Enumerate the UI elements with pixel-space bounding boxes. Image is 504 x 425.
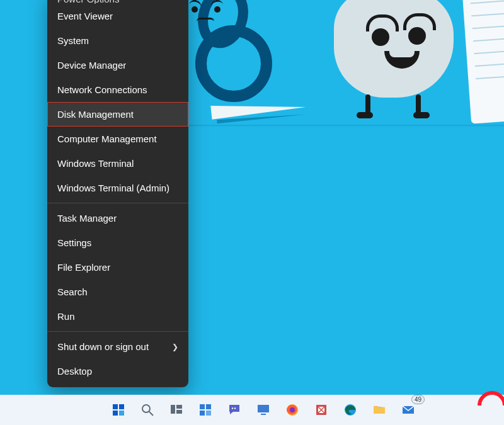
menu-item-shut-down[interactable]: Shut down or sign out❯ xyxy=(47,334,188,359)
menu-item-label: Network Connections xyxy=(57,84,147,95)
taskview-icon xyxy=(169,402,184,417)
menu-item-label: Windows Terminal xyxy=(57,158,134,169)
widgets-button[interactable] xyxy=(194,399,217,421)
monitor-icon xyxy=(256,402,271,417)
svg-point-12 xyxy=(232,407,233,409)
edge-app[interactable] xyxy=(339,399,362,421)
mail-app[interactable]: 49 xyxy=(397,399,420,421)
task-view-button[interactable] xyxy=(165,399,188,421)
folder-icon xyxy=(372,402,387,417)
menu-item-network-connections[interactable]: Network Connections xyxy=(47,77,188,102)
search-icon xyxy=(140,402,155,417)
svg-point-4 xyxy=(142,405,150,412)
widgets-icon xyxy=(198,402,213,417)
menu-item-label: Shut down or sign out xyxy=(57,341,149,352)
menu-item-label: Settings xyxy=(57,237,91,248)
edge-icon xyxy=(343,402,358,417)
svg-rect-0 xyxy=(113,404,118,409)
svg-rect-10 xyxy=(200,411,205,416)
menu-item-label: Windows Terminal (Admin) xyxy=(57,183,169,193)
menu-item-system[interactable]: System xyxy=(47,28,188,53)
wallpaper-rock-character xyxy=(334,0,454,98)
menu-item-label: Event Viewer xyxy=(57,11,113,21)
svg-rect-7 xyxy=(176,410,182,414)
wallpaper-scissors-face xyxy=(189,0,233,31)
wallpaper-scissors-ring xyxy=(195,25,272,102)
firefox-app[interactable] xyxy=(281,399,304,421)
snipping-tool-app[interactable] xyxy=(310,399,333,421)
menu-item-task-manager[interactable]: Task Manager xyxy=(47,206,188,230)
menu-item-label: Desktop xyxy=(57,366,92,377)
start-button[interactable] xyxy=(107,399,130,421)
search-button[interactable] xyxy=(136,399,159,421)
svg-rect-6 xyxy=(176,405,182,409)
menu-item-event-viewer[interactable]: Event Viewer xyxy=(47,4,188,28)
menu-item-desktop[interactable]: Desktop xyxy=(47,359,188,383)
svg-rect-15 xyxy=(261,414,266,415)
windows-icon xyxy=(111,402,126,417)
menu-item-windows-terminal-admin[interactable]: Windows Terminal (Admin) xyxy=(47,176,188,200)
svg-rect-8 xyxy=(200,404,205,409)
menu-item-file-explorer[interactable]: File Explorer xyxy=(47,255,188,280)
wallpaper-paper-character xyxy=(461,0,504,124)
chat-button[interactable] xyxy=(223,399,246,421)
menu-item-search[interactable]: Search xyxy=(47,280,188,304)
chat-icon xyxy=(227,402,242,417)
menu-item-disk-management[interactable]: Disk Management xyxy=(47,102,188,127)
snip-icon xyxy=(314,402,329,417)
menu-item-label: Disk Management xyxy=(57,109,134,120)
menu-item-label: System xyxy=(57,35,89,46)
menu-item-label: Device Manager xyxy=(57,60,126,71)
svg-rect-1 xyxy=(119,404,124,409)
chevron-right-icon: ❯ xyxy=(172,343,178,351)
svg-point-17 xyxy=(290,407,295,412)
monitor-app[interactable] xyxy=(252,399,275,421)
menu-item-label: Run xyxy=(57,311,75,322)
menu-item-run[interactable]: Run xyxy=(47,304,188,329)
mail-icon xyxy=(401,402,416,417)
svg-point-13 xyxy=(234,407,236,409)
svg-rect-2 xyxy=(113,411,118,416)
menu-item-label: Task Manager xyxy=(57,213,117,224)
menu-item-label: Search xyxy=(57,286,88,297)
firefox-icon xyxy=(285,402,300,417)
svg-rect-11 xyxy=(206,411,211,416)
svg-rect-5 xyxy=(171,405,175,414)
menu-item-windows-terminal[interactable]: Windows Terminal xyxy=(47,151,188,176)
menu-item-device-manager[interactable]: Device Manager xyxy=(47,53,188,77)
winx-context-menu: Power OptionsEvent ViewerSystemDevice Ma… xyxy=(47,0,188,387)
menu-item-label: File Explorer xyxy=(57,262,110,273)
svg-rect-14 xyxy=(258,405,269,412)
menu-item-settings[interactable]: Settings xyxy=(47,230,188,255)
taskbar: 49 xyxy=(0,395,504,425)
svg-rect-9 xyxy=(206,404,211,409)
menu-item-label: Computer Management xyxy=(57,133,157,144)
file-explorer-app[interactable] xyxy=(368,399,391,421)
menu-separator xyxy=(47,203,188,203)
badge-count: 49 xyxy=(411,395,425,404)
svg-rect-3 xyxy=(119,411,124,416)
menu-item-computer-management[interactable]: Computer Management xyxy=(47,127,188,151)
menu-separator xyxy=(47,331,188,332)
